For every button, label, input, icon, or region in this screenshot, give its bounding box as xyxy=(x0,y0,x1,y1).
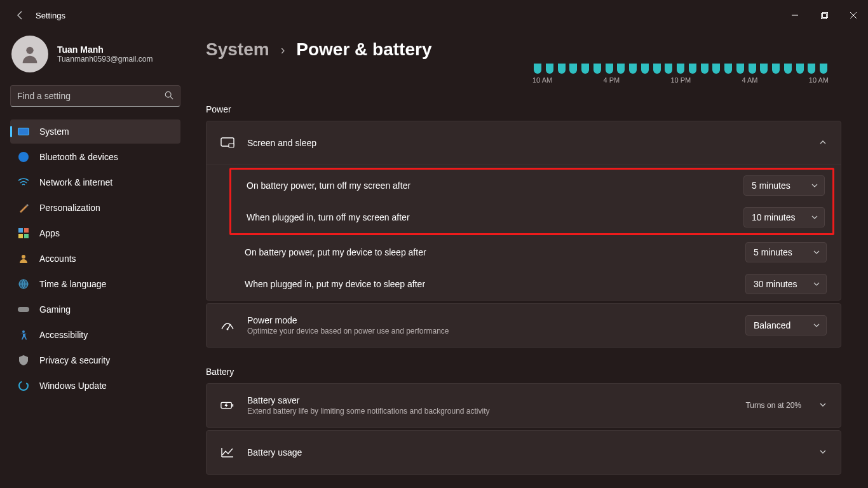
setting-label: When plugged in, turn off my screen afte… xyxy=(247,212,743,222)
profile-name: Tuan Manh xyxy=(57,44,153,55)
chart-tick: 4 PM xyxy=(603,76,620,84)
chevron-down-icon xyxy=(813,322,820,329)
screen-off-plugged-row: When plugged in, turn off my screen afte… xyxy=(231,201,832,233)
chevron-down-icon xyxy=(811,182,818,189)
svg-rect-10 xyxy=(18,234,23,238)
sidebar: Tuan Manh Tuanmanh0593@gmail.com System … xyxy=(0,30,191,488)
nav-label: Privacy & security xyxy=(39,355,110,365)
card-title: Battery saver xyxy=(247,395,733,405)
sleep-plugged-row: When plugged in, put my device to sleep … xyxy=(207,268,841,300)
nav-time-language[interactable]: Time & language xyxy=(10,272,180,296)
power-mode-dropdown[interactable]: Balanced xyxy=(745,315,827,336)
nav-apps[interactable]: Apps xyxy=(10,221,180,245)
privacy-icon xyxy=(18,355,29,366)
screen-off-battery-dropdown[interactable]: 5 minutes xyxy=(743,175,825,196)
svg-rect-2 xyxy=(822,12,827,17)
svg-point-6 xyxy=(165,92,171,97)
svg-rect-14 xyxy=(18,307,29,312)
nav-label: Accessibility xyxy=(39,330,88,340)
chevron-down-icon xyxy=(813,281,820,287)
battery-usage-icon xyxy=(220,445,234,459)
search-box[interactable] xyxy=(10,85,180,107)
nav-label: Time & language xyxy=(39,279,106,289)
nav-label: Personalization xyxy=(39,203,100,213)
profile-email: Tuanmanh0593@gmail.com xyxy=(57,55,153,64)
personalization-icon xyxy=(18,202,29,214)
card-title: Power mode xyxy=(247,315,733,325)
chevron-down-icon xyxy=(813,249,820,255)
chevron-down-icon xyxy=(819,400,827,410)
screen-sleep-header[interactable]: Screen and sleep xyxy=(207,121,841,165)
breadcrumb-parent[interactable]: System xyxy=(206,39,269,60)
nav-label: Network & internet xyxy=(39,177,112,187)
nav-personalization[interactable]: Personalization xyxy=(10,196,180,220)
svg-point-5 xyxy=(26,47,33,54)
system-icon xyxy=(18,126,29,137)
nav-system[interactable]: System xyxy=(10,119,180,144)
svg-rect-8 xyxy=(18,228,23,233)
nav-privacy[interactable]: Privacy & security xyxy=(10,348,180,372)
network-icon xyxy=(18,177,29,188)
chevron-up-icon xyxy=(819,138,827,148)
dropdown-value: 5 minutes xyxy=(752,180,805,191)
svg-rect-22 xyxy=(232,404,233,407)
sleep-battery-dropdown[interactable]: 5 minutes xyxy=(745,242,827,262)
nav-label: Apps xyxy=(39,228,60,238)
back-button[interactable] xyxy=(10,5,31,25)
window-title: Settings xyxy=(36,11,65,20)
sleep-plugged-dropdown[interactable]: 30 minutes xyxy=(745,274,827,294)
nav-accessibility[interactable]: Accessibility xyxy=(10,323,180,347)
battery-saver-card[interactable]: Battery saver Extend battery life by lim… xyxy=(206,383,841,428)
screen-off-plugged-dropdown[interactable]: 10 minutes xyxy=(743,207,825,227)
svg-rect-11 xyxy=(24,234,29,238)
power-section-header: Power xyxy=(206,104,841,114)
accessibility-icon xyxy=(18,329,29,341)
maximize-button[interactable] xyxy=(810,5,839,25)
chart-tick: 4 AM xyxy=(742,76,757,84)
setting-label: When plugged in, put my device to sleep … xyxy=(245,279,745,289)
chevron-right-icon: › xyxy=(281,43,285,57)
nav-network[interactable]: Network & internet xyxy=(10,170,180,194)
nav-windows-update[interactable]: Windows Update xyxy=(10,374,180,398)
chart-bars xyxy=(531,64,830,74)
main-content: System › Power & battery 10 AM 4 PM 10 P… xyxy=(191,30,868,488)
close-button[interactable] xyxy=(839,5,868,25)
nav-gaming[interactable]: Gaming xyxy=(10,297,180,322)
svg-point-20 xyxy=(227,329,229,330)
chevron-down-icon xyxy=(819,447,827,458)
profile[interactable]: Tuan Manh Tuanmanh0593@gmail.com xyxy=(10,36,180,72)
dropdown-value: Balanced xyxy=(754,320,807,330)
power-mode-header[interactable]: Power mode Optimize your device based on… xyxy=(207,304,841,347)
highlight-box: On battery power, turn off my screen aft… xyxy=(229,168,834,235)
gaming-icon xyxy=(18,304,29,315)
svg-rect-1 xyxy=(821,13,826,18)
nav-bluetooth[interactable]: Bluetooth & devices xyxy=(10,145,180,169)
chart-tick: 10 AM xyxy=(809,76,829,84)
battery-section-header: Battery xyxy=(206,367,841,377)
battery-saver-status: Turns on at 20% xyxy=(745,401,801,410)
nav-label: Gaming xyxy=(39,304,71,315)
nav-label: Windows Update xyxy=(39,381,107,391)
setting-label: On battery power, put my device to sleep… xyxy=(245,247,745,257)
nav-label: Accounts xyxy=(39,254,76,264)
screen-icon xyxy=(220,136,234,150)
search-input[interactable] xyxy=(17,91,165,101)
minimize-button[interactable] xyxy=(780,5,810,25)
card-title: Battery usage xyxy=(247,447,806,458)
dropdown-value: 30 minutes xyxy=(754,279,807,289)
battery-saver-icon xyxy=(220,398,234,412)
titlebar: Settings xyxy=(0,0,868,30)
bluetooth-icon xyxy=(18,151,29,163)
svg-rect-9 xyxy=(24,228,29,233)
screen-off-battery-row: On battery power, turn off my screen aft… xyxy=(231,170,832,201)
nav-accounts[interactable]: Accounts xyxy=(10,247,180,271)
battery-usage-chart[interactable]: 10 AM 4 PM 10 PM 4 AM 10 AM xyxy=(531,64,830,84)
breadcrumb-current: Power & battery xyxy=(296,39,431,60)
apps-icon xyxy=(18,227,29,239)
chart-tick: 10 AM xyxy=(532,76,552,84)
battery-usage-card[interactable]: Battery usage xyxy=(206,430,841,475)
nav-label: Bluetooth & devices xyxy=(39,152,118,162)
chevron-down-icon xyxy=(811,214,818,220)
accounts-icon xyxy=(18,253,29,264)
setting-label: On battery power, turn off my screen aft… xyxy=(247,180,743,191)
